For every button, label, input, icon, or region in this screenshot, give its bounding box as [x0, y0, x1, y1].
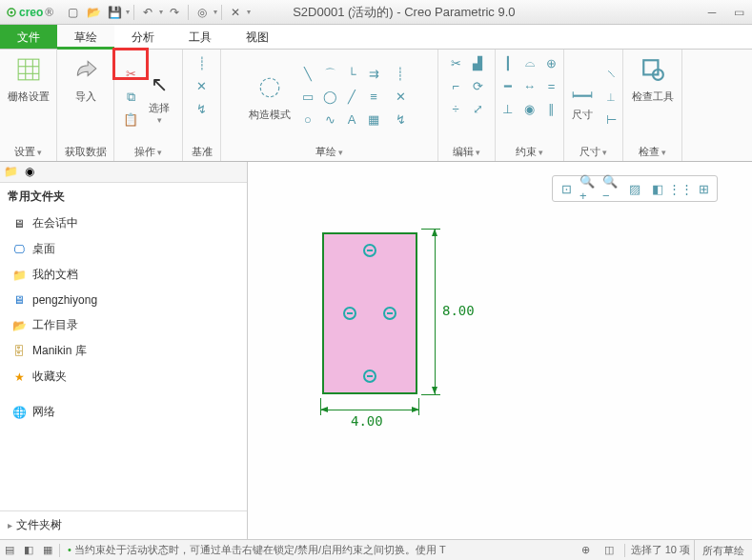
canvas[interactable]: ⊡ 🔍+ 🔍− ▨ ◧ ⋮⋮ ⊞ 8.00 4.00 [248, 162, 752, 539]
sketch-hole[interactable] [343, 307, 356, 320]
inspect-icon[interactable] [637, 53, 669, 86]
undo-icon[interactable]: ↶ [138, 3, 157, 22]
parallel-icon[interactable]: ∥ [542, 99, 561, 118]
tree-item-desktop[interactable]: 🖵桌面 [6, 236, 241, 262]
svg-rect-2 [18, 59, 39, 80]
grid-icon[interactable] [12, 53, 45, 86]
dimension-icon[interactable] [566, 71, 599, 104]
ellipse-icon[interactable]: ◯ [320, 88, 339, 107]
copy-icon[interactable]: ⧉ [121, 88, 140, 107]
sketch-hole[interactable] [363, 370, 376, 383]
tree-footer[interactable]: 文件夹树 [0, 510, 247, 539]
tab-tools[interactable]: 工具 [172, 25, 229, 49]
model-tab-icon[interactable]: ◉ [25, 165, 40, 180]
sketch-hole[interactable] [383, 307, 396, 320]
regen-icon[interactable]: ◎ [193, 3, 212, 22]
vert-icon[interactable]: ┃ [498, 53, 518, 72]
line-icon[interactable]: ╲ [298, 65, 317, 84]
trim-icon[interactable]: ✂ [446, 53, 465, 72]
scale-icon[interactable]: ⤢ [468, 99, 487, 118]
save-icon[interactable]: 💾 [105, 3, 124, 22]
circle-icon[interactable]: ○ [298, 110, 317, 130]
perp-icon[interactable]: ⊥ [498, 99, 518, 118]
paste-icon[interactable]: 📋 [121, 110, 140, 130]
midpt-icon[interactable]: ↔ [520, 76, 539, 95]
network-icon: 🌐 [11, 405, 27, 420]
minimize-button[interactable]: ─ [699, 3, 725, 22]
computer-icon: 🖥 [11, 292, 27, 308]
centerline2-icon[interactable]: ┊ [391, 65, 410, 84]
close-icon[interactable]: ✕ [226, 3, 245, 22]
views-icon[interactable]: ⋮⋮ [671, 179, 690, 198]
chamfer-icon[interactable]: ╱ [342, 88, 361, 107]
document-title: S2D0001 (活动的) - Creo Parametric 9.0 [293, 4, 515, 21]
group-operate[interactable]: 操作 [134, 146, 163, 157]
ref-dim-icon[interactable]: ⟍ [601, 65, 620, 84]
tree-item-workdir[interactable]: 📂工作目录 [6, 312, 241, 338]
offset-icon[interactable]: ⇉ [364, 65, 383, 84]
tree-item-fav[interactable]: ★收藏夹 [6, 364, 241, 390]
folder-tab-icon[interactable]: 📁 [4, 165, 19, 180]
group-constraint[interactable]: 约束 [516, 146, 544, 157]
group-sketch[interactable]: 草绘 [315, 146, 344, 157]
construct-mode-icon[interactable] [254, 71, 286, 104]
tree-item-network[interactable]: 🌐网络 [6, 399, 241, 425]
baseline-icon[interactable]: ⟂ [601, 88, 620, 107]
open-icon[interactable]: 📂 [84, 3, 103, 22]
group-dimension[interactable]: 尺寸 [579, 146, 608, 157]
point2-icon[interactable]: ✕ [391, 88, 410, 107]
arc-icon[interactable]: ⌒ [320, 65, 339, 84]
tab-sketch[interactable]: 草绘 [57, 25, 114, 50]
group-edit[interactable]: 编辑 [453, 146, 481, 157]
zoomout-icon[interactable]: 🔍− [602, 179, 621, 198]
maximize-button[interactable]: ▭ [725, 3, 752, 22]
zoomin-icon[interactable]: 🔍+ [579, 179, 599, 198]
status-icon-5[interactable]: ◫ [600, 541, 619, 560]
palette-icon[interactable]: ▦ [364, 110, 383, 130]
cut-icon[interactable]: ✂ [121, 65, 140, 84]
csys-icon[interactable]: ↯ [193, 99, 212, 118]
tab-analysis[interactable]: 分析 [114, 25, 172, 49]
corner-icon[interactable]: ⌐ [446, 76, 465, 95]
import-icon[interactable] [70, 53, 102, 86]
fillet-icon[interactable]: └ [342, 65, 361, 84]
status-bar: ▤ ◧ ▦ 当约束处于活动状态时，可通过单击右键在锁定/禁用/启用约束之间切换。… [0, 539, 752, 560]
status-icon-2[interactable]: ◧ [19, 541, 38, 560]
status-icon-3[interactable]: ▦ [38, 541, 57, 560]
divide-icon[interactable]: ÷ [446, 99, 465, 118]
tree-item-mydocs[interactable]: 📁我的文档 [6, 262, 241, 288]
text-icon[interactable]: A [342, 110, 361, 130]
refit-icon[interactable]: ⊡ [557, 179, 576, 198]
tab-file[interactable]: 文件 [0, 25, 57, 49]
tree-item-computer[interactable]: 🖥pengzhiyong [6, 288, 241, 312]
new-icon[interactable]: ▢ [63, 3, 82, 22]
equal-icon[interactable]: = [542, 76, 561, 95]
shade-icon[interactable]: ▨ [625, 179, 644, 198]
redo-icon[interactable]: ↷ [165, 3, 184, 22]
snap-icon[interactable]: ⊞ [694, 179, 713, 198]
selection-filter[interactable]: 所有草绘 [694, 540, 752, 561]
coinc-icon[interactable]: ◉ [520, 99, 539, 118]
thicken-icon[interactable]: ≡ [364, 88, 383, 107]
sym-icon[interactable]: ⊕ [542, 53, 561, 72]
orient-icon[interactable]: ◧ [648, 179, 667, 198]
point-icon[interactable]: ✕ [193, 76, 212, 95]
group-settings[interactable]: 设置 [14, 146, 43, 157]
tree-item-manikin[interactable]: 🗄Manikin 库 [6, 338, 241, 364]
horiz-icon[interactable]: ━ [498, 76, 518, 95]
group-inspect[interactable]: 检查 [639, 146, 667, 157]
tab-view[interactable]: 视图 [229, 25, 286, 49]
sketch-hole[interactable] [363, 244, 376, 257]
centerline-icon[interactable]: ┊ [193, 53, 212, 72]
tree-item-session[interactable]: 🖥在会话中 [6, 210, 241, 236]
csys2-icon[interactable]: ↯ [391, 110, 410, 130]
spline-icon[interactable]: ∿ [320, 110, 339, 130]
tangent-icon[interactable]: ⌓ [520, 53, 539, 72]
rotate-icon[interactable]: ⟳ [468, 76, 487, 95]
status-icon-1[interactable]: ▤ [0, 541, 19, 560]
mirror-icon[interactable]: ▟ [468, 53, 487, 72]
rect-icon[interactable]: ▭ [298, 88, 317, 107]
select-arrow-icon[interactable]: ↖ [143, 69, 175, 101]
status-icon-4[interactable]: ⊕ [577, 541, 596, 560]
ord-dim-icon[interactable]: ⊢ [601, 110, 620, 130]
